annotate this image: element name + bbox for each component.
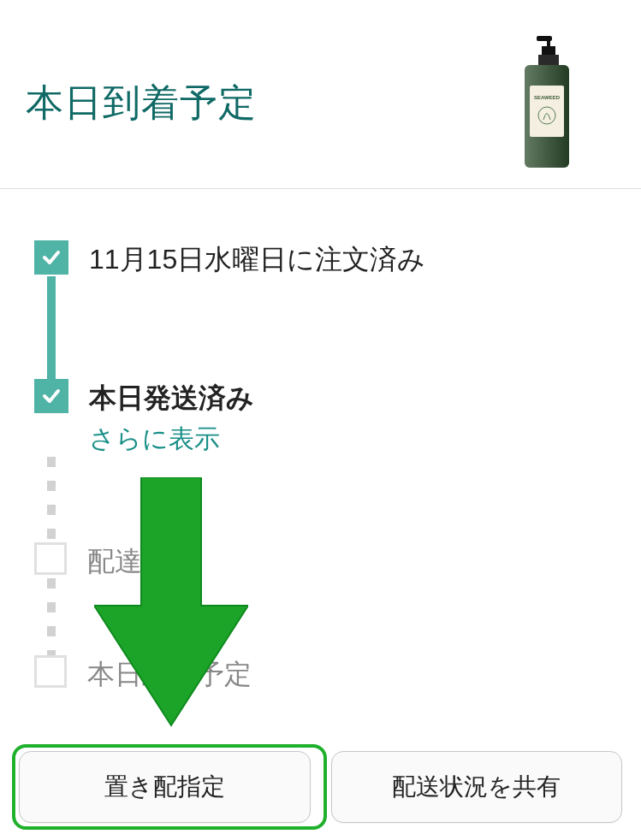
timeline-step: 本日到着予定 <box>34 655 615 691</box>
timeline-step: 本日発送済み さらに表示 <box>34 379 615 457</box>
action-bar: 置き配指定 配送状況を共有 <box>0 751 641 823</box>
timeline-step: 11月15日水曜日に注文済み <box>34 240 615 276</box>
step-title: 11月15日水曜日に注文済み <box>89 242 615 276</box>
svg-rect-6 <box>530 86 564 137</box>
connector-dashed <box>47 578 56 655</box>
page-title: 本日到着予定 <box>26 78 257 128</box>
header: 本日到着予定 SEAWEED <box>0 0 641 189</box>
svg-rect-2 <box>542 46 555 55</box>
check-icon <box>34 240 68 275</box>
timeline-step: 配達中 <box>34 542 615 578</box>
show-more-link[interactable]: さらに表示 <box>89 422 220 457</box>
product-thumbnail[interactable]: SEAWEED <box>513 34 573 171</box>
pending-box-icon <box>34 542 67 575</box>
delivery-timeline: 11月15日水曜日に注文済み 本日発送済み さらに表示 配達中 本日到着予定 <box>0 189 641 717</box>
step-title: 本日到着予定 <box>87 657 615 691</box>
check-icon <box>34 379 68 413</box>
pending-box-icon <box>34 655 67 688</box>
connector-solid <box>47 276 56 379</box>
step-title: 配達中 <box>87 544 615 578</box>
bottle-icon: SEAWEED <box>513 34 573 171</box>
step-body: 本日到着予定 <box>87 655 615 691</box>
step-body: 11月15日水曜日に注文済み <box>89 240 615 276</box>
product-label-text: SEAWEED <box>534 95 561 100</box>
leave-at-door-button[interactable]: 置き配指定 <box>19 751 311 823</box>
step-body: 配達中 <box>87 542 615 578</box>
svg-rect-1 <box>547 36 550 48</box>
step-title: 本日発送済み <box>89 381 615 415</box>
step-body: 本日発送済み さらに表示 <box>89 379 615 457</box>
connector-dashed <box>47 457 56 542</box>
share-status-button[interactable]: 配送状況を共有 <box>331 751 623 823</box>
svg-rect-3 <box>538 55 559 65</box>
